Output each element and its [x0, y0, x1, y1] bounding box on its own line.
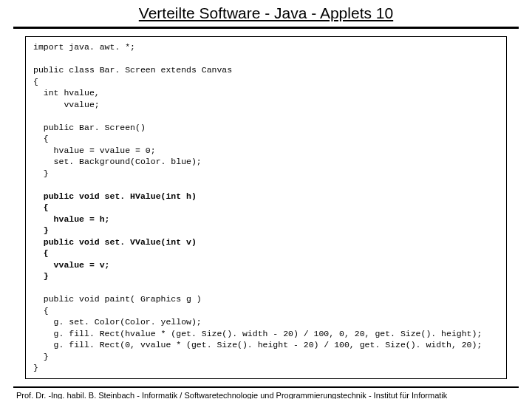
code-line: g. set. Color(Color. yellow);	[33, 317, 202, 327]
code-line: }	[33, 363, 38, 372]
code-line: hvalue = vvalue = 0;	[33, 146, 156, 155]
code-line: {	[33, 248, 49, 258]
divider-top	[13, 27, 519, 29]
code-line: int hvalue,	[33, 88, 100, 98]
code-line: }	[33, 352, 49, 361]
code-line: public void paint( Graphics g )	[33, 294, 202, 304]
divider-bottom	[13, 386, 519, 388]
title-wrap: Verteilte Software - Java - Applets 10	[13, 3, 519, 24]
code-line: public class Bar. Screen extends Canvas	[33, 65, 232, 75]
code-line: hvalue = h;	[33, 214, 110, 224]
code-line: }	[33, 225, 49, 235]
code-line: set. Background(Color. blue);	[33, 157, 202, 166]
code-line: g. fill. Rect(hvalue * (get. Size(). wid…	[33, 329, 482, 338]
code-line: public void set. HValue(int h)	[33, 191, 197, 201]
code-line: public void set. VValue(int v)	[33, 237, 197, 247]
code-line: vvalue = v;	[33, 260, 110, 270]
slide: Verteilte Software - Java - Applets 10 i…	[0, 0, 532, 399]
code-line: vvalue;	[33, 100, 100, 109]
code-line: {	[33, 77, 38, 86]
code-box: import java. awt. *; public class Bar. S…	[25, 36, 507, 379]
code-line: public Bar. Screen()	[33, 123, 146, 132]
page-title: Verteilte Software - Java - Applets 10	[139, 4, 393, 24]
code-line: {	[33, 306, 49, 316]
code-line: }	[33, 168, 49, 178]
code-line: {	[33, 134, 49, 143]
code-line: g. fill. Rect(0, vvalue * (get. Size(). …	[33, 340, 482, 349]
footer-text: Prof. Dr. -Ing. habil. B. Steinbach - In…	[13, 391, 519, 399]
code-line: }	[33, 271, 49, 281]
code-line: {	[33, 202, 49, 212]
code-listing: import java. awt. *; public class Bar. S…	[33, 41, 499, 374]
code-line: import java. awt. *;	[33, 42, 135, 52]
